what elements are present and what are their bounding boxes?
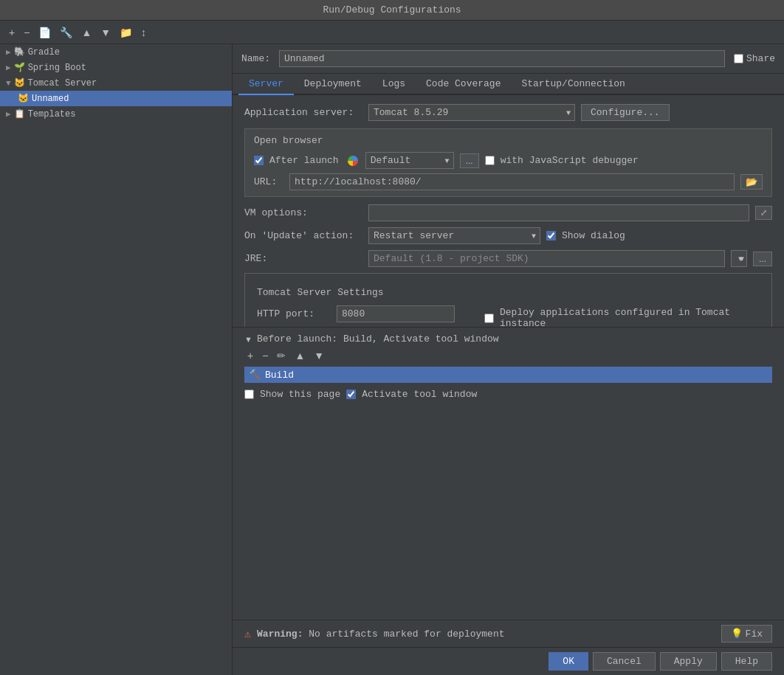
before-launch-toolbar: + − ✏ ▲ ▼ <box>244 349 772 362</box>
sidebar-item-gradle[interactable]: ▶ 🐘 Gradle <box>0 44 232 60</box>
remove-button[interactable]: − <box>21 25 32 40</box>
vm-options-input[interactable] <box>368 204 749 221</box>
expand-icon-gradle: ▶ <box>6 47 11 57</box>
sidebar-item-tomcat-server[interactable]: ▼ 🐱 Tomcat Server <box>0 75 232 91</box>
warning-icon: ⚠ <box>244 627 251 641</box>
sidebar-item-templates[interactable]: ▶ 📋 Templates <box>0 106 232 122</box>
js-debugger-checkbox[interactable] <box>485 156 495 165</box>
share-checkbox[interactable] <box>734 54 743 63</box>
tab-server[interactable]: Server <box>238 74 294 95</box>
tab-logs[interactable]: Logs <box>372 74 416 95</box>
http-port-input[interactable] <box>337 305 455 322</box>
sidebar-label-gradle: Gradle <box>28 47 60 58</box>
tab-deployment[interactable]: Deployment <box>294 74 372 95</box>
browser-dots-button[interactable]: ... <box>460 153 479 168</box>
title-label: Run/Debug Configurations <box>323 4 461 15</box>
content-area: Name: Share Server Deployment Logs Code … <box>233 44 784 675</box>
build-icon: 🔨 <box>249 369 261 381</box>
show-dialog-checkbox[interactable] <box>546 231 556 240</box>
warning-label: Warning: <box>257 629 303 640</box>
ok-button[interactable]: OK <box>549 652 588 671</box>
before-launch-section: ▼ Before launch: Build, Activate tool wi… <box>233 327 784 406</box>
tab-startup[interactable]: Startup/Connection <box>511 74 635 95</box>
jre-input[interactable] <box>368 250 725 267</box>
tabs-row: Server Deployment Logs Code Coverage Sta… <box>233 74 784 95</box>
vm-options-label: VM options: <box>244 207 362 218</box>
jre-browse-button[interactable]: ... <box>753 252 772 266</box>
sidebar-item-unnamed[interactable]: 🐱 Unnamed <box>0 91 232 106</box>
url-label: URL: <box>254 176 283 187</box>
warning-bar: ⚠ Warning: No artifacts marked for deplo… <box>233 620 784 647</box>
jre-dropdown[interactable] <box>731 250 747 267</box>
url-folder-button[interactable]: 📂 <box>740 174 763 190</box>
after-launch-checkbox[interactable] <box>254 156 264 165</box>
fix-label: Fix <box>746 629 763 640</box>
app-server-row: Application server: Tomcat 8.5.29 Config… <box>244 104 772 121</box>
share-area: Share <box>734 53 775 64</box>
on-update-label: On 'Update' action: <box>244 230 362 241</box>
deploy-apps-checkbox[interactable] <box>484 314 494 323</box>
before-launch-add-button[interactable]: + <box>244 349 256 362</box>
vm-options-expand-button[interactable]: ⤢ <box>755 206 772 220</box>
fix-button[interactable]: 💡 Fix <box>721 625 772 643</box>
chrome-icon <box>348 156 358 166</box>
sort-button[interactable]: ↕ <box>138 25 149 40</box>
on-update-row: On 'Update' action: Restart server Updat… <box>244 227 772 244</box>
tab-code-coverage[interactable]: Code Coverage <box>416 74 511 95</box>
browser-select[interactable]: Default Chrome Firefox <box>365 152 454 169</box>
fix-icon: 💡 <box>731 628 743 640</box>
sidebar: ▶ 🐘 Gradle ▶ 🌱 Spring Boot ▼ 🐱 Tomcat Se… <box>0 44 233 675</box>
expand-icon-templates: ▶ <box>6 109 11 119</box>
app-server-select[interactable]: Tomcat 8.5.29 <box>368 104 575 121</box>
on-update-select[interactable]: Restart server Update classes and resour… <box>368 227 540 244</box>
sidebar-label-tomcat-server: Tomcat Server <box>28 78 97 89</box>
title-bar: Run/Debug Configurations <box>0 0 784 21</box>
after-launch-label: After launch <box>269 155 339 166</box>
show-page-row: Show this page Activate tool window <box>244 389 772 400</box>
before-launch-down-button[interactable]: ▼ <box>311 349 327 362</box>
show-page-checkbox[interactable] <box>244 390 254 399</box>
before-launch-remove-button[interactable]: − <box>259 349 271 362</box>
activate-window-checkbox[interactable] <box>346 390 356 399</box>
expand-icon-spring: ▶ <box>6 63 11 72</box>
before-launch-edit-button[interactable]: ✏ <box>274 349 289 362</box>
deploy-apps-label: Deploy applications configured in Tomcat… <box>500 307 760 327</box>
browser-select-wrapper: Default Chrome Firefox <box>365 152 454 169</box>
open-browser-header: Open browser <box>254 135 763 146</box>
vm-options-row: VM options: ⤢ <box>244 204 772 221</box>
spacer <box>233 406 784 620</box>
help-button[interactable]: Help <box>721 652 772 671</box>
url-input[interactable] <box>289 173 735 190</box>
port-settings-column: HTTP port: HTTPs port: JMX port: AJ <box>257 305 455 327</box>
apply-button[interactable]: Apply <box>660 652 717 671</box>
move-up-button[interactable]: ▲ <box>78 25 94 40</box>
sidebar-label-templates: Templates <box>28 109 76 120</box>
before-launch-toggle[interactable]: ▼ <box>244 335 252 344</box>
build-label: Build <box>265 370 294 381</box>
move-down-button[interactable]: ▼ <box>97 25 114 40</box>
name-input[interactable] <box>279 50 725 67</box>
unnamed-icon: 🐱 <box>18 93 29 104</box>
name-row: Name: Share <box>233 44 784 74</box>
sidebar-label-spring-boot: Spring Boot <box>28 63 86 73</box>
open-browser-section: Open browser After launch Default Chrome… <box>244 128 772 197</box>
tomcat-settings-title: Tomcat Server Settings <box>257 287 760 298</box>
app-server-select-wrapper: Tomcat 8.5.29 <box>368 104 575 121</box>
build-item[interactable]: 🔨 Build <box>244 367 772 383</box>
settings-button[interactable]: 🔧 <box>57 25 75 40</box>
warning-text: Warning: No artifacts marked for deploym… <box>257 629 715 640</box>
copy-button[interactable]: 📄 <box>35 25 54 40</box>
tomcat-icon: 🐱 <box>14 77 25 89</box>
sidebar-item-spring-boot[interactable]: ▶ 🌱 Spring Boot <box>0 60 232 75</box>
show-page-label: Show this page <box>260 389 340 400</box>
gradle-icon: 🐘 <box>14 46 25 58</box>
configure-button[interactable]: Configure... <box>581 104 670 121</box>
cancel-button[interactable]: Cancel <box>593 652 656 671</box>
tomcat-server-settings: Tomcat Server Settings HTTP port: HTTPs … <box>244 273 772 327</box>
show-dialog-label: Show dialog <box>562 230 625 241</box>
warning-detail: No artifacts marked for deployment <box>309 629 504 640</box>
before-launch-up-button[interactable]: ▲ <box>292 349 308 362</box>
before-launch-header: ▼ Before launch: Build, Activate tool wi… <box>244 333 772 345</box>
folder-button[interactable]: 📁 <box>117 25 135 40</box>
add-button[interactable]: + <box>6 25 18 40</box>
